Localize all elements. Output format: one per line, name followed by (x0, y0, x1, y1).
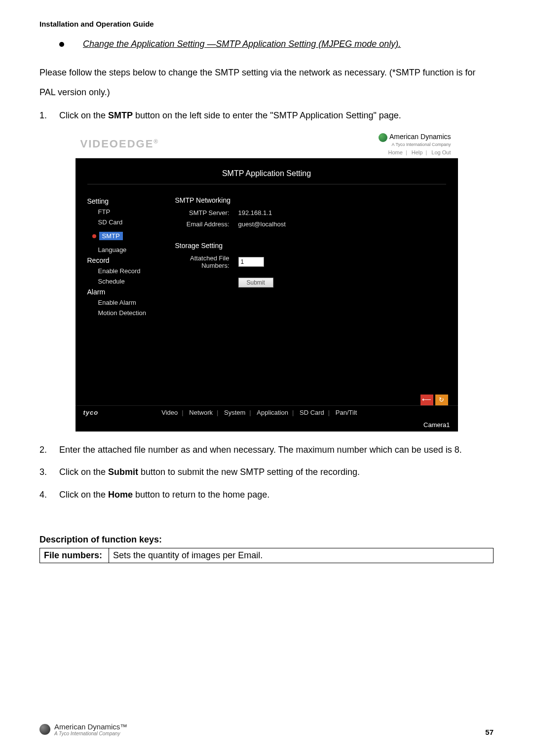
back-icon[interactable]: ⟵ (420, 395, 433, 405)
step-3-pre: Click on the (59, 467, 108, 477)
step-2-text: Enter the attached file number as and wh… (59, 440, 494, 460)
help-link[interactable]: Help (412, 149, 423, 155)
sidebar: Setting FTP SD Card SMTP Language Record… (87, 195, 166, 387)
doc-header: Installation and Operation Guide (39, 20, 494, 28)
attached-file-input[interactable] (238, 257, 264, 267)
content-area: SMTP Networking SMTP Server: 192.168.1.1… (166, 195, 446, 387)
intro-paragraph: Please follow the steps below to change … (39, 63, 494, 102)
logout-link[interactable]: Log Out (431, 149, 451, 155)
step-2: 2. Enter the attached file number as and… (39, 440, 494, 460)
page-footer: American Dynamics™ A Tyco International … (39, 723, 494, 737)
brand-sub: A Tyco International Company (379, 142, 451, 148)
refresh-icon[interactable]: ↻ (435, 395, 448, 405)
footer-brand-sub: A Tyco International Company (54, 731, 127, 736)
step-4: 4. Click on the Home button to return to… (39, 485, 494, 505)
header-links: Home| Help| Log Out (379, 149, 451, 156)
app-footer-nav: tyco Video| Network| System| Application… (76, 405, 458, 419)
camera-label: Camera1 (76, 419, 458, 432)
step-num: 4. (39, 485, 59, 505)
footnav-pantilt[interactable]: Pan/Tilt (336, 409, 357, 416)
smtp-server-label: SMTP Server: (175, 209, 229, 216)
table-val: Sets the quantity of images per Email. (109, 548, 494, 563)
table-row: File numbers: Sets the quantity of image… (40, 548, 494, 563)
sidebar-item-enable-record[interactable]: Enable Record (98, 267, 166, 275)
email-address-value: guest@localhost (238, 220, 286, 228)
footnav-system[interactable]: System (224, 409, 245, 416)
globe-icon (39, 724, 50, 735)
header-right: American Dynamics A Tyco International C… (379, 132, 451, 156)
sidebar-item-language[interactable]: Language (98, 246, 166, 253)
footer-nav-links: Video| Network| System| Application| SD … (158, 409, 360, 416)
email-address-label: Email Address: (175, 220, 229, 228)
app-screenshot: VIDEOEDGE® American Dynamics A Tyco Inte… (76, 131, 458, 432)
active-dot-icon (92, 234, 96, 238)
sidebar-item-smtp[interactable]: SMTP (99, 232, 123, 240)
globe-icon (379, 133, 387, 142)
bullet-icon (59, 42, 64, 47)
sidebar-item-enable-alarm[interactable]: Enable Alarm (98, 299, 166, 306)
section-heading: Change the Application Setting —SMTP App… (59, 39, 494, 49)
footnav-sdcard[interactable]: SD Card (300, 409, 324, 416)
footnav-network[interactable]: Network (189, 409, 213, 416)
footnav-video[interactable]: Video (161, 409, 178, 416)
step-3-bold: Submit (108, 467, 138, 477)
sidebar-item-schedule[interactable]: Schedule (98, 278, 166, 285)
sidebar-group-record: Record (87, 256, 166, 264)
step-1: 1. Click on the SMTP button on the left … (39, 106, 494, 126)
step-1-bold: SMTP (108, 110, 133, 120)
submit-button[interactable]: Submit (238, 278, 273, 288)
section-heading-text: Change the Application Setting —SMTP App… (83, 39, 401, 49)
footer-icons: ⟵ ↻ (420, 395, 448, 405)
videoedge-logo: VIDEOEDGE® (80, 138, 159, 150)
brand-name: American Dynamics (389, 133, 451, 141)
step-4-pre: Click on the (59, 490, 108, 500)
sidebar-item-motion[interactable]: Motion Detection (98, 309, 166, 317)
description-heading: Description of function keys: (39, 535, 494, 545)
function-keys-table: File numbers: Sets the quantity of image… (39, 548, 494, 563)
app-header: VIDEOEDGE® American Dynamics A Tyco Inte… (76, 131, 458, 158)
home-link[interactable]: Home (388, 149, 403, 155)
step-num: 2. (39, 440, 59, 460)
footer-brand-name: American Dynamics™ (54, 723, 127, 731)
step-3: 3. Click on the Submit button to submit … (39, 463, 494, 482)
page-number: 57 (485, 728, 494, 736)
page-title: SMTP Application Setting (87, 158, 446, 184)
tyco-logo: tyco (83, 409, 99, 416)
sidebar-group-setting: Setting (87, 197, 166, 205)
storage-setting-heading: Storage Setting (175, 242, 446, 250)
footnav-application[interactable]: Application (257, 409, 288, 416)
smtp-server-value: 192.168.1.1 (238, 209, 272, 216)
sidebar-item-sdcard[interactable]: SD Card (98, 218, 166, 226)
step-1-pre: Click on the (59, 110, 108, 120)
attached-file-label: Attatched File Numbers: (175, 254, 229, 270)
step-4-bold: Home (108, 490, 133, 500)
sidebar-group-alarm: Alarm (87, 288, 166, 296)
step-4-post: button to return to the home page. (133, 490, 269, 500)
footer-brand: American Dynamics™ A Tyco International … (39, 723, 127, 737)
step-num: 3. (39, 463, 59, 482)
step-num: 1. (39, 106, 59, 126)
smtp-networking-heading: SMTP Networking (175, 196, 446, 204)
step-1-post: button on the left side to enter the "SM… (133, 110, 401, 120)
table-key: File numbers: (40, 548, 109, 563)
step-3-post: button to submit the new SMTP setting of… (138, 467, 360, 477)
sidebar-item-ftp[interactable]: FTP (98, 208, 166, 216)
